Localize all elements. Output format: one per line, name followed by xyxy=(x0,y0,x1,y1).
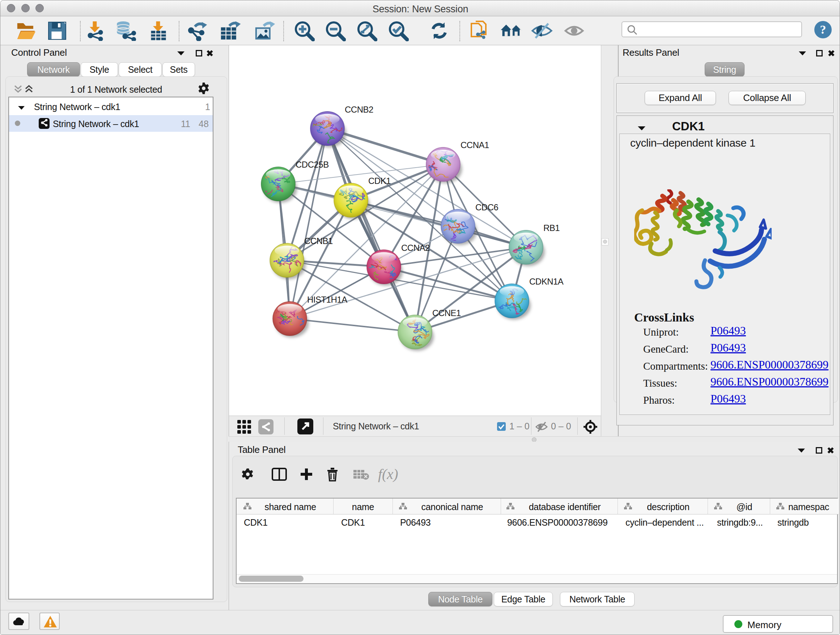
svg-text:CDC6: CDC6 xyxy=(475,203,498,212)
svg-text:RB1: RB1 xyxy=(543,223,560,233)
svg-text:CDK1: CDK1 xyxy=(368,176,391,186)
svg-text:CDC25B: CDC25B xyxy=(295,160,329,169)
svg-text:CCNE1: CCNE1 xyxy=(432,308,461,318)
svg-text:HIST1H1A: HIST1H1A xyxy=(307,295,347,304)
svg-text:CCNB1: CCNB1 xyxy=(304,236,333,246)
svg-text:?: ? xyxy=(820,23,826,36)
svg-text:CCNB2: CCNB2 xyxy=(345,105,373,114)
svg-text:CDKN1A: CDKN1A xyxy=(529,277,564,287)
svg-text:CCNA1: CCNA1 xyxy=(461,140,489,150)
svg-text:CCNA2: CCNA2 xyxy=(401,243,430,253)
